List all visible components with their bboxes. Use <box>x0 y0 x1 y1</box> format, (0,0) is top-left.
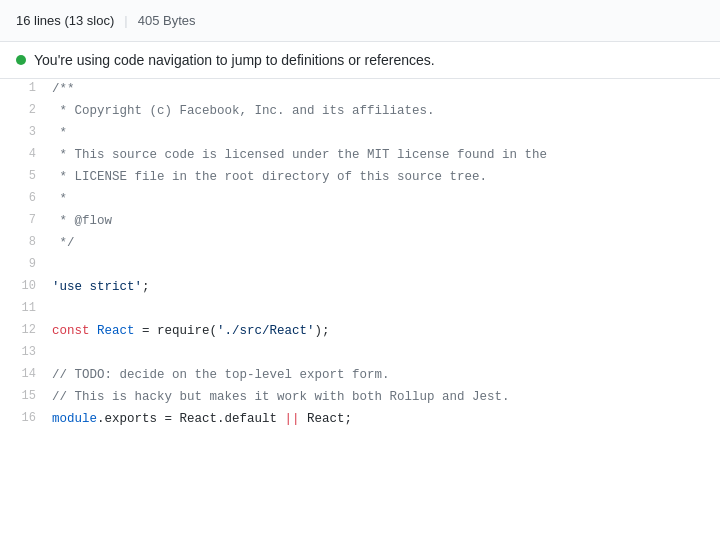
line-number: 9 <box>0 255 52 274</box>
line-content: * Copyright (c) Facebook, Inc. and its a… <box>52 101 720 121</box>
table-row: 7 * @flow <box>0 211 720 233</box>
line-content <box>52 343 720 363</box>
loc-label: 16 lines (13 sloc) <box>16 13 114 28</box>
line-number: 2 <box>0 101 52 120</box>
line-content: // This is hacky but makes it work with … <box>52 387 720 407</box>
line-content: */ <box>52 233 720 253</box>
table-row: 3 * <box>0 123 720 145</box>
table-row: 12const React = require('./src/React'); <box>0 321 720 343</box>
line-content: * @flow <box>52 211 720 231</box>
line-number: 1 <box>0 79 52 98</box>
nav-notice: You're using code navigation to jump to … <box>0 42 720 79</box>
line-content: // TODO: decide on the top-level export … <box>52 365 720 385</box>
table-row: 9 <box>0 255 720 277</box>
line-content: 'use strict'; <box>52 277 720 297</box>
table-row: 4 * This source code is licensed under t… <box>0 145 720 167</box>
line-number: 3 <box>0 123 52 142</box>
line-content <box>52 255 720 275</box>
line-content: * <box>52 189 720 209</box>
line-number: 8 <box>0 233 52 252</box>
table-row: 10'use strict'; <box>0 277 720 299</box>
line-content <box>52 299 720 319</box>
line-number: 4 <box>0 145 52 164</box>
table-row: 15// This is hacky but makes it work wit… <box>0 387 720 409</box>
line-number: 10 <box>0 277 52 296</box>
table-row: 2 * Copyright (c) Facebook, Inc. and its… <box>0 101 720 123</box>
line-content: * This source code is licensed under the… <box>52 145 720 165</box>
line-number: 13 <box>0 343 52 362</box>
table-row: 14// TODO: decide on the top-level expor… <box>0 365 720 387</box>
file-header: 16 lines (13 sloc) | 405 Bytes <box>0 0 720 42</box>
line-content: const React = require('./src/React'); <box>52 321 720 341</box>
line-number: 16 <box>0 409 52 428</box>
header-divider: | <box>124 13 127 28</box>
line-content: * LICENSE file in the root directory of … <box>52 167 720 187</box>
table-row: 8 */ <box>0 233 720 255</box>
table-row: 5 * LICENSE file in the root directory o… <box>0 167 720 189</box>
size-label: 405 Bytes <box>138 13 196 28</box>
line-number: 15 <box>0 387 52 406</box>
line-content: * <box>52 123 720 143</box>
line-number: 11 <box>0 299 52 318</box>
table-row: 13 <box>0 343 720 365</box>
line-number: 12 <box>0 321 52 340</box>
nav-notice-text: You're using code navigation to jump to … <box>34 52 435 68</box>
table-row: 6 * <box>0 189 720 211</box>
line-number: 6 <box>0 189 52 208</box>
line-content: /** <box>52 79 720 99</box>
line-content: module.exports = React.default || React; <box>52 409 720 429</box>
table-row: 16module.exports = React.default || Reac… <box>0 409 720 431</box>
code-block: 1/**2 * Copyright (c) Facebook, Inc. and… <box>0 79 720 431</box>
table-row: 11 <box>0 299 720 321</box>
line-number: 14 <box>0 365 52 384</box>
table-row: 1/** <box>0 79 720 101</box>
line-number: 7 <box>0 211 52 230</box>
line-number: 5 <box>0 167 52 186</box>
green-dot-icon <box>16 55 26 65</box>
